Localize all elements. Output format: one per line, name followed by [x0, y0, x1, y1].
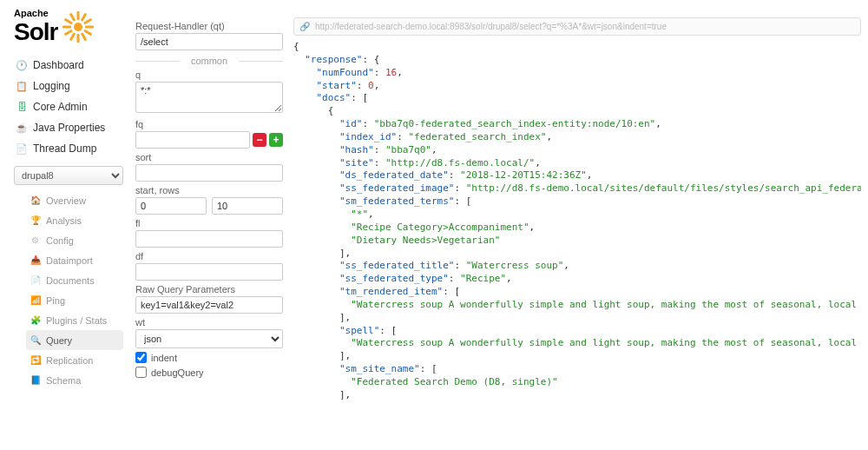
df-input[interactable]: [135, 263, 283, 281]
nav-label: Thread Dump: [33, 142, 96, 155]
subnav-label: Replication: [46, 355, 93, 366]
subnav-item-replication[interactable]: 🔁Replication: [26, 350, 123, 370]
response-json: { "response": { "numFound": 16, "start":…: [293, 41, 861, 402]
nav-item-dashboard[interactable]: 🕐Dashboard: [14, 55, 123, 76]
indent-label: indent: [151, 353, 177, 363]
df-label: df: [135, 251, 283, 261]
fl-input[interactable]: [135, 230, 283, 248]
subnav-label: Ping: [46, 295, 65, 306]
nav-label: Logging: [33, 80, 70, 92]
subnav-icon: 🧩: [30, 314, 41, 326]
subnav-label: Schema: [46, 375, 81, 386]
logo-solr-text: Solr: [14, 20, 57, 44]
subnav-item-documents[interactable]: 📄Documents: [26, 270, 123, 290]
subnav-item-dataimport[interactable]: 📥Dataimport: [26, 250, 123, 270]
nav-icon: 🗄: [16, 101, 28, 113]
request-handler-input[interactable]: [135, 33, 283, 50]
svg-rect-9: [64, 30, 73, 36]
nav-item-thread-dump[interactable]: 📄Thread Dump: [14, 138, 123, 159]
svg-rect-2: [81, 13, 88, 22]
nav-icon: 🕐: [16, 59, 28, 71]
subnav-icon: 📄: [30, 275, 41, 286]
subnav-label: Query: [46, 335, 72, 346]
svg-rect-8: [69, 32, 76, 41]
nav-icon: 📋: [16, 80, 28, 92]
subnav-item-query[interactable]: 🔍Query: [26, 330, 123, 350]
rows-input[interactable]: [212, 197, 283, 215]
fq-add-button[interactable]: +: [269, 133, 283, 147]
subnav-icon: 🏠: [30, 195, 41, 206]
subnav-icon: ⚙: [30, 235, 41, 246]
svg-point-0: [74, 23, 82, 31]
sort-input[interactable]: [135, 164, 283, 182]
logo-apache-text: Apache: [14, 9, 57, 18]
subnav-icon: 📶: [30, 294, 41, 306]
nav-item-core-admin[interactable]: 🗄Core Admin: [14, 96, 123, 117]
svg-rect-4: [85, 26, 94, 29]
subnav-icon: 🔁: [30, 354, 41, 366]
raw-label: Raw Query Parameters: [135, 284, 283, 294]
wt-label: wt: [135, 317, 283, 328]
subnav-label: Documents: [46, 275, 95, 286]
subnav-label: Dataimport: [46, 255, 93, 266]
wt-select[interactable]: json: [135, 329, 283, 348]
request-url-bar[interactable]: 🔗 http://federated-search-demo.local:898…: [293, 17, 861, 36]
nav-item-java-properties[interactable]: ☕Java Properties: [14, 117, 123, 138]
debugquery-label: debugQuery: [151, 367, 204, 378]
raw-input[interactable]: [135, 296, 283, 314]
nav-icon: 📄: [16, 142, 28, 155]
subnav-item-config[interactable]: ⚙Config: [26, 230, 123, 250]
debugquery-checkbox[interactable]: [135, 367, 147, 378]
svg-rect-12: [69, 13, 76, 22]
q-label: q: [135, 69, 283, 80]
nav-label: Core Admin: [33, 101, 88, 113]
svg-rect-3: [84, 18, 93, 25]
nav-label: Dashboard: [33, 59, 84, 71]
svg-rect-11: [64, 18, 73, 25]
subnav-label: Overview: [46, 195, 86, 206]
sun-icon: [61, 10, 95, 44]
fq-label: fq: [135, 119, 283, 129]
subnav-icon: 🏆: [30, 215, 41, 226]
fl-label: fl: [135, 218, 283, 228]
subnav-item-plugins-stats[interactable]: 🧩Plugins / Stats: [26, 310, 123, 330]
indent-checkbox[interactable]: [135, 352, 147, 363]
subnav-item-schema[interactable]: 📘Schema: [26, 370, 123, 390]
svg-rect-7: [77, 34, 80, 43]
request-url-text: http://federated-search-demo.local:8983/…: [315, 22, 667, 31]
svg-rect-6: [81, 32, 88, 41]
link-icon: 🔗: [299, 22, 310, 31]
subnav-icon: 📘: [30, 374, 41, 386]
fq-remove-button[interactable]: −: [253, 133, 266, 147]
subnav-icon: 🔍: [30, 334, 41, 346]
nav-item-logging[interactable]: 📋Logging: [14, 76, 123, 96]
subnav-label: Analysis: [46, 215, 82, 226]
svg-rect-5: [84, 30, 93, 36]
subnav-label: Plugins / Stats: [46, 315, 107, 326]
subnav-label: Config: [46, 235, 74, 246]
rh-label: Request-Handler (qt): [135, 21, 283, 31]
common-section: common: [135, 56, 283, 66]
subnav-item-analysis[interactable]: 🏆Analysis: [26, 210, 123, 230]
start-input[interactable]: [135, 197, 207, 215]
svg-rect-1: [77, 11, 80, 20]
core-select[interactable]: drupal8: [14, 166, 123, 185]
fq-input[interactable]: [135, 131, 250, 149]
nav-icon: ☕: [16, 122, 28, 134]
subnav-item-overview[interactable]: 🏠Overview: [26, 190, 123, 210]
solr-logo: Apache Solr: [14, 9, 123, 44]
startrows-label: start, rows: [135, 185, 283, 195]
q-input[interactable]: [135, 82, 283, 113]
svg-rect-10: [62, 26, 71, 29]
nav-label: Java Properties: [33, 122, 105, 134]
sort-label: sort: [135, 152, 283, 162]
subnav-icon: 📥: [30, 255, 41, 266]
subnav-item-ping[interactable]: 📶Ping: [26, 290, 123, 310]
